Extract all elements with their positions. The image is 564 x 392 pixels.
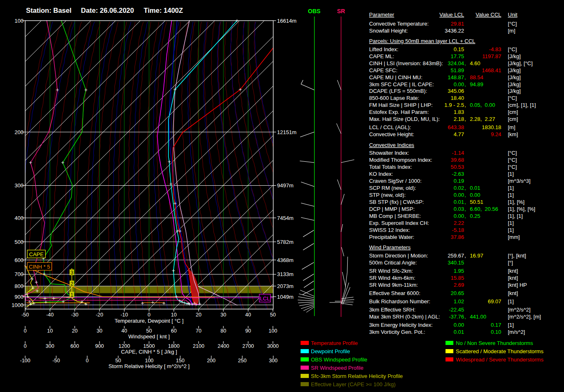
svg-text:[knt]: [knt] (508, 290, 518, 296)
svg-text:[1], [%]: [1], [%] (508, 199, 524, 205)
svg-text:Time: 1400Z: Time: 1400Z (144, 7, 183, 14)
svg-text:259.67: 259.67 (448, 253, 464, 259)
svg-text:1.83: 1.83 (454, 109, 464, 115)
svg-text:10: 10 (171, 312, 177, 318)
svg-text:SR Wind Sfc-2km:: SR Wind Sfc-2km: (369, 268, 413, 274)
svg-text:20: 20 (196, 312, 201, 318)
svg-text:[1]: [1] (508, 171, 514, 177)
svg-text:100: 100 (269, 328, 277, 334)
svg-text:0.19: 0.19 (454, 178, 464, 184)
svg-text:FM Hail Size | SHIP | LHP:: FM Hail Size | SHIP | LHP: (369, 102, 433, 108)
svg-text:Widespread / Severe Thundersto: Widespread / Severe Thunderstorms (456, 357, 544, 363)
svg-text:0.03: 0.03 (454, 206, 464, 212)
svg-text:Temperature Profile: Temperature Profile (311, 340, 358, 346)
svg-text:Dewpoint Profile: Dewpoint Profile (311, 348, 350, 354)
svg-text:0.00: 0.00 (470, 192, 480, 198)
svg-text:,: , (464, 199, 466, 205)
svg-text:-2.63: -2.63 (452, 171, 464, 177)
svg-text:2.18: 2.18 (454, 116, 464, 122)
svg-text:Parcels: Using 50mB mean layer: Parcels: Using 50mB mean layer LCL + CCL (369, 38, 475, 44)
svg-text:[1]: [1] (508, 220, 514, 226)
svg-text:1830.18: 1830.18 (482, 124, 501, 130)
svg-text:20.56: 20.56 (485, 206, 498, 212)
svg-text:Effective Layer (CAPE >= 100 J: Effective Layer (CAPE >= 100 J/kg) (311, 381, 396, 387)
svg-text:29.81: 29.81 (450, 21, 464, 27)
svg-text:324.04: 324.04 (448, 60, 464, 66)
svg-text:Lifted Index:: Lifted Index: (369, 46, 398, 52)
svg-text:0.02: 0.02 (454, 185, 464, 191)
svg-text:2073m: 2073m (277, 283, 294, 289)
svg-text:Storm Relative Helicity [ m^2: Storm Relative Helicity [ m^2/s^2 ] (109, 363, 190, 369)
svg-text:30: 30 (97, 328, 102, 334)
svg-text:40: 40 (121, 328, 127, 334)
svg-text:Precipitable Water:: Precipitable Water: (369, 234, 414, 240)
svg-text:3km SFC CAPE | IL CAPE:: 3km SFC CAPE | IL CAPE: (369, 81, 434, 87)
svg-text:Snowfall Height:: Snowfall Height: (369, 28, 408, 34)
svg-text:SWISS 12 Index:: SWISS 12 Index: (369, 227, 410, 233)
svg-text:0.15: 0.15 (454, 46, 464, 52)
svg-text:SCP RM (new, old):: SCP RM (new, old): (369, 185, 416, 191)
svg-text:[1]: [1] (508, 192, 514, 198)
svg-text:[1], [1]: [1], [1] (508, 213, 523, 219)
svg-text:250: 250 (238, 358, 246, 364)
svg-text:0: 0 (24, 343, 27, 349)
svg-text:Max 3km SRH (0-2km) | AGL:: Max 3km SRH (0-2km) | AGL: (369, 314, 440, 320)
svg-text:DCP | MMP | MSP:: DCP | MMP | MSP: (369, 206, 415, 212)
svg-text:340.15: 340.15 (448, 260, 464, 266)
svg-text:Parameter: Parameter (369, 12, 394, 18)
svg-text:-1.14: -1.14 (452, 150, 464, 156)
svg-text:400: 400 (14, 215, 24, 221)
svg-text:,: , (464, 314, 466, 320)
svg-text:40: 40 (245, 312, 251, 318)
svg-text:,: , (464, 185, 466, 191)
svg-text:Date: 26.06.2020: Date: 26.06.2020 (81, 7, 134, 14)
svg-text:1500: 1500 (143, 343, 155, 349)
svg-text:3: 3 (71, 270, 73, 276)
svg-text:[°C]: [°C] (508, 21, 517, 27)
svg-text:Total Totals Index:: Total Totals Index: (369, 164, 412, 170)
svg-text:Craven SigSvr / 1000:: Craven SigSvr / 1000: (369, 178, 422, 184)
svg-text:[J/kg]: [J/kg] (508, 53, 521, 59)
svg-text:18.40: 18.40 (450, 95, 464, 101)
svg-text:0.10: 0.10 (491, 329, 501, 335)
svg-text:-50: -50 (21, 312, 29, 318)
svg-text:150: 150 (176, 358, 185, 364)
svg-text:[J/kg], [°C]: [J/kg], [°C] (508, 60, 533, 66)
svg-text:600: 600 (71, 343, 79, 349)
svg-text:DCAPE (LFS = 550mB):: DCAPE (LFS = 550mB): (369, 88, 427, 94)
svg-text:69.07: 69.07 (488, 298, 501, 305)
svg-text:15.85: 15.85 (450, 275, 464, 281)
svg-text:[J/kg]: [J/kg] (508, 74, 521, 80)
svg-text:0.00: 0.00 (454, 322, 464, 328)
svg-text:60: 60 (171, 328, 177, 334)
svg-text:200: 200 (207, 358, 216, 364)
svg-text:[mm]: [mm] (508, 234, 520, 240)
svg-text:0.00: 0.00 (454, 81, 464, 87)
svg-text:,: , (464, 116, 466, 122)
svg-text:CINH | LSI (Inversion: 843mB):: CINH | LSI (Inversion: 843mB): (369, 60, 443, 66)
svg-text:1.02: 1.02 (454, 298, 464, 305)
svg-text:4368m: 4368m (277, 257, 294, 263)
svg-text:3000: 3000 (267, 343, 279, 349)
svg-text:-30: -30 (71, 312, 78, 318)
svg-text:,: , (464, 192, 466, 198)
svg-text:[m^2/s^2], [m]: [m^2/s^2], [m] (508, 314, 541, 320)
svg-text:[m]: [m] (508, 124, 515, 130)
svg-text:500m Critical Angle:: 500m Critical Angle: (369, 260, 417, 266)
svg-text:,: , (464, 81, 466, 87)
svg-text:[J/kg]: [J/kg] (508, 88, 521, 94)
svg-text:[°C]: [°C] (508, 150, 517, 156)
svg-text:1000: 1000 (12, 302, 24, 308)
svg-text:Convective Indices: Convective Indices (369, 142, 415, 148)
svg-text:[m/s^2]: [m/s^2] (508, 329, 525, 335)
svg-text:[°C]: [°C] (508, 157, 517, 163)
svg-text:[J/kg]: [J/kg] (508, 81, 521, 87)
svg-text:Sfc-3km Storm Relative Helicit: Sfc-3km Storm Relative Helicity Profile (311, 373, 403, 379)
svg-text:643.38: 643.38 (448, 124, 464, 130)
svg-text:70: 70 (196, 328, 201, 334)
svg-text:4.60: 4.60 (470, 60, 480, 66)
svg-text:,: , (464, 206, 466, 212)
svg-text:CAPE: CAPE (29, 251, 44, 257)
svg-text:39.68: 39.68 (450, 157, 464, 163)
svg-text:No / Non Severe Thunderstorms: No / Non Severe Thunderstorms (456, 340, 533, 346)
